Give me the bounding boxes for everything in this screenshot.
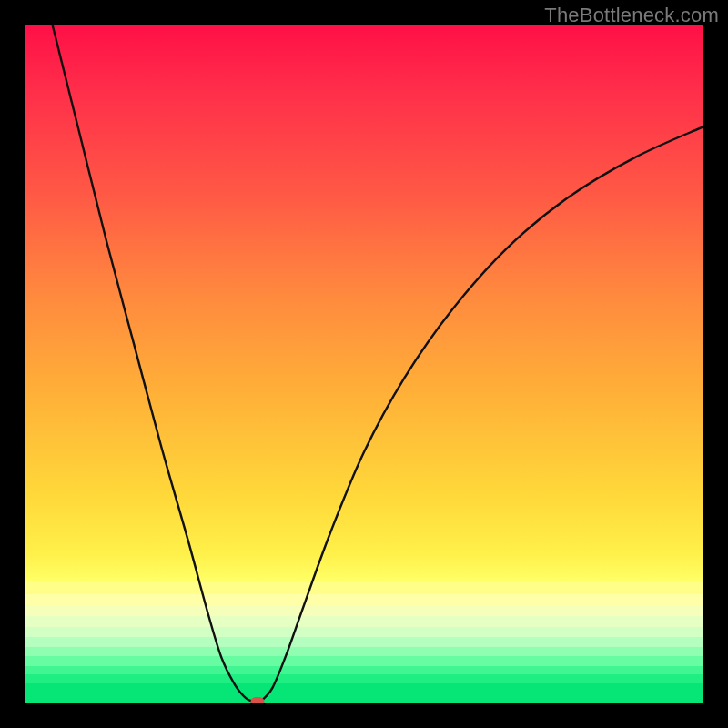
plot-area (25, 25, 703, 703)
curve-right-branch (262, 127, 703, 700)
bottleneck-curve (25, 25, 703, 703)
curve-left-branch (53, 25, 252, 702)
minimum-marker (251, 697, 265, 703)
outer-frame: TheBottleneck.com (0, 0, 728, 728)
watermark-text: TheBottleneck.com (544, 4, 719, 27)
